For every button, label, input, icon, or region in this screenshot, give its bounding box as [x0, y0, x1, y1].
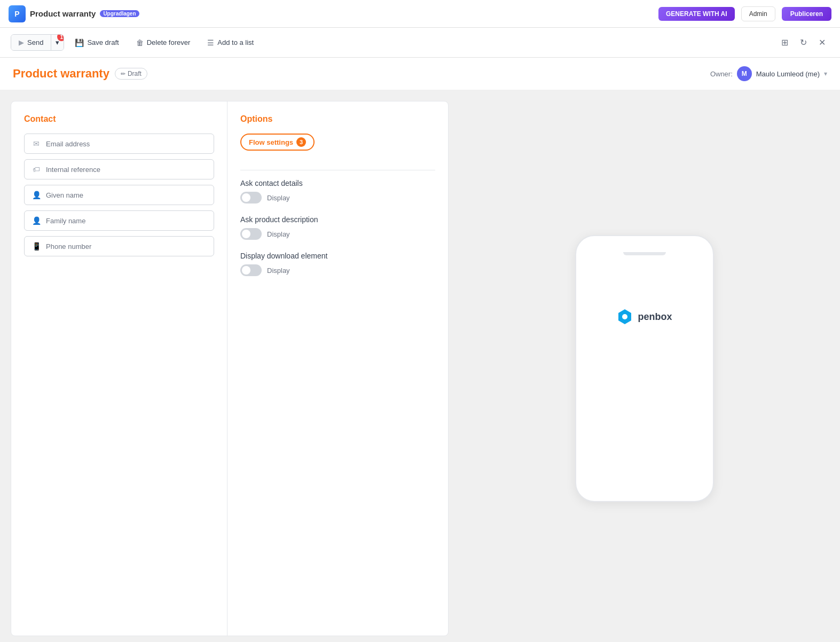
- ask-product-description-toggle-row: Display: [240, 228, 435, 240]
- user-menu-button[interactable]: Admin: [741, 6, 775, 21]
- form-panel: Contact ✉ Email address 🏷 Internal refer…: [11, 101, 449, 636]
- penbox-text: penbox: [638, 311, 672, 323]
- phone-number-field[interactable]: 📱 Phone number: [24, 236, 214, 256]
- main-content: Contact ✉ Email address 🏷 Internal refer…: [0, 90, 840, 642]
- given-name-label: Given name: [46, 191, 83, 199]
- ask-contact-details-toggle-row: Display: [240, 192, 435, 203]
- pencil-icon: ✏: [121, 71, 125, 77]
- action-toolbar: ▶ Send ▾ 1 💾 Save draft 🗑 Delete forever…: [0, 28, 840, 58]
- generate-ai-button[interactable]: GENERATE WITH AI: [658, 7, 735, 21]
- list-add-icon: ☰: [207, 38, 214, 47]
- page-title: Product warranty: [13, 67, 109, 81]
- display-download-element-option: Display download element Display: [240, 252, 435, 276]
- display-download-element-toggle[interactable]: [240, 264, 262, 276]
- given-name-field[interactable]: 👤 Given name: [24, 185, 214, 205]
- owner-dropdown-icon[interactable]: ▾: [824, 70, 827, 77]
- contact-section-title: Contact: [24, 114, 214, 124]
- add-to-list-button[interactable]: ☰ Add to a list: [201, 35, 260, 51]
- send-button-group: ▶ Send ▾ 1: [11, 34, 64, 51]
- flow-settings-count: 3: [296, 137, 306, 147]
- person-icon: 👤: [32, 191, 41, 199]
- phone-number-label: Phone number: [46, 242, 91, 250]
- contact-section: Contact ✉ Email address 🏷 Internal refer…: [11, 101, 227, 636]
- ask-contact-details-option: Ask contact details Display: [240, 179, 435, 203]
- app-name-label: Product warranty: [30, 9, 96, 18]
- options-divider: [240, 170, 435, 170]
- grid-view-button[interactable]: ⊞: [778, 34, 792, 51]
- phone-content: penbox: [616, 255, 672, 378]
- notification-badge: 1: [57, 34, 64, 41]
- phone-frame: penbox: [575, 235, 714, 502]
- delete-forever-button[interactable]: 🗑 Delete forever: [130, 35, 197, 51]
- tag-icon: 🏷: [32, 165, 41, 174]
- send-arrow-icon: ▶: [19, 38, 24, 46]
- ask-product-description-option: Ask product description Display: [240, 215, 435, 240]
- person2-icon: 👤: [32, 216, 41, 225]
- svg-point-1: [622, 314, 627, 319]
- publish-button[interactable]: Publiceren: [782, 7, 831, 21]
- send-button[interactable]: ▶ Send: [11, 35, 51, 50]
- app-logo-area: P Product warranty Upgradlagen: [9, 5, 139, 22]
- refresh-button[interactable]: ↻: [796, 34, 811, 51]
- save-icon: 💾: [75, 38, 84, 47]
- save-draft-button[interactable]: 💾 Save draft: [68, 35, 125, 51]
- family-name-label: Family name: [46, 217, 85, 225]
- penbox-logo: penbox: [616, 308, 672, 325]
- display-download-element-label: Display download element: [240, 252, 435, 260]
- flow-settings-label: Flow settings: [249, 138, 293, 146]
- ask-contact-display-label: Display: [267, 194, 290, 202]
- ask-contact-details-label: Ask contact details: [240, 179, 435, 187]
- close-button[interactable]: ✕: [815, 34, 829, 51]
- family-name-field[interactable]: 👤 Family name: [24, 210, 214, 231]
- preview-panel: penbox: [459, 101, 829, 636]
- upgrade-badge: Upgradlagen: [100, 10, 139, 17]
- page-header: Product warranty ✏ Draft Owner: M Maulo …: [0, 58, 840, 90]
- owner-avatar: M: [737, 66, 752, 81]
- top-navigation: P Product warranty Upgradlagen GENERATE …: [0, 0, 840, 28]
- title-area: Product warranty ✏ Draft: [13, 67, 147, 81]
- draft-badge-button[interactable]: ✏ Draft: [115, 68, 147, 80]
- logo-icon: P: [9, 5, 26, 22]
- trash-icon: 🗑: [136, 38, 144, 47]
- download-display-label: Display: [267, 267, 290, 275]
- options-section-title: Options: [240, 114, 435, 124]
- display-download-element-toggle-row: Display: [240, 264, 435, 276]
- ask-product-description-toggle[interactable]: [240, 228, 262, 240]
- flow-settings-button[interactable]: Flow settings 3: [240, 134, 315, 151]
- ask-product-description-label: Ask product description: [240, 215, 435, 224]
- email-icon: ✉: [32, 139, 41, 148]
- owner-area: Owner: M Maulo Lumleod (me) ▾: [710, 66, 827, 81]
- owner-name: Maulo Lumleod (me): [756, 70, 820, 78]
- penbox-hex-icon: [616, 308, 633, 325]
- options-section: Options Flow settings 3 Ask contact deta…: [227, 101, 448, 636]
- email-label: Email address: [46, 140, 90, 148]
- email-field[interactable]: ✉ Email address: [24, 134, 214, 154]
- internal-reference-field[interactable]: 🏷 Internal reference: [24, 159, 214, 179]
- ask-contact-details-toggle[interactable]: [240, 192, 262, 203]
- phone-icon: 📱: [32, 242, 41, 250]
- internal-reference-label: Internal reference: [46, 166, 100, 174]
- ask-product-display-label: Display: [267, 230, 290, 238]
